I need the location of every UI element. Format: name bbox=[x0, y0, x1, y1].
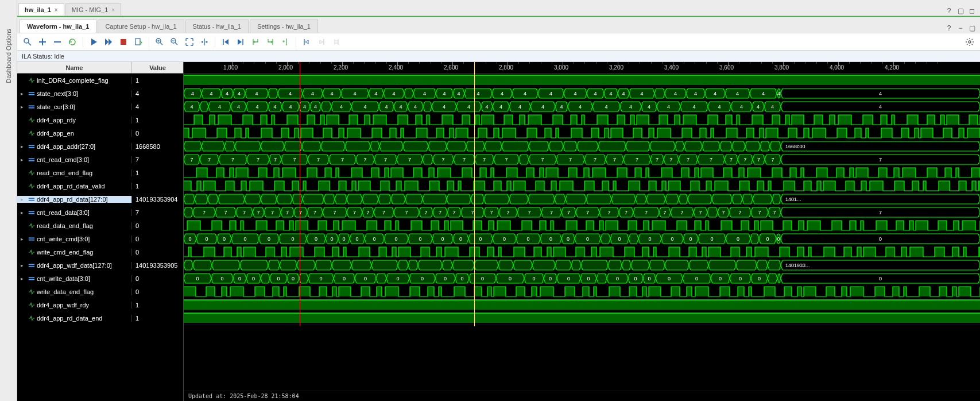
swap-markers-icon[interactable] bbox=[330, 35, 343, 49]
signal-name-cell[interactable]: write_cmd_end_flag bbox=[17, 249, 132, 256]
zoom-out-icon[interactable] bbox=[168, 35, 181, 49]
signal-row[interactable]: ▸ddr4_app_rd_data[127:0]140193353904 bbox=[17, 192, 183, 206]
prev-marker-icon[interactable] bbox=[300, 35, 313, 49]
signal-name-cell[interactable]: write_data_end_flag bbox=[17, 288, 132, 295]
expand-icon[interactable]: ▸ bbox=[21, 104, 26, 110]
waveform-row[interactable]: 000000000000000000000000000000 bbox=[184, 232, 980, 245]
prev-transition-icon[interactable] bbox=[249, 35, 262, 49]
expand-icon[interactable]: ▸ bbox=[21, 263, 26, 268]
waveform-row[interactable] bbox=[184, 179, 980, 192]
waveform-row[interactable] bbox=[184, 219, 980, 232]
waveform-row[interactable] bbox=[184, 285, 980, 298]
waveform-row[interactable]: 4444444444444444444444444444444 bbox=[184, 100, 980, 113]
signal-row[interactable]: ddr4_app_rd_data_valid1 bbox=[17, 179, 183, 192]
signal-name-cell[interactable]: ▸ddr4_app_rd_data[127:0] bbox=[17, 196, 132, 203]
sub-tab-0[interactable]: Waveform - hw_ila_1 bbox=[20, 20, 96, 33]
waveform-row[interactable]: 1401... bbox=[184, 192, 980, 206]
signal-name-cell[interactable]: ▸cnt_read_data[3:0] bbox=[17, 209, 132, 216]
signal-name-cell[interactable]: ▸state_cur[3:0] bbox=[17, 103, 132, 110]
expand-icon[interactable]: ▸ bbox=[21, 157, 26, 163]
close-icon[interactable]: × bbox=[111, 7, 115, 13]
waveform-row[interactable] bbox=[184, 245, 980, 259]
signal-name-cell[interactable]: ddr4_app_wdf_rdy bbox=[17, 302, 132, 309]
play-icon[interactable] bbox=[87, 35, 100, 49]
goto-first-icon[interactable] bbox=[219, 35, 233, 49]
restore-icon[interactable]: ▢ bbox=[956, 6, 965, 16]
waveform-row[interactable] bbox=[184, 311, 980, 325]
export-icon[interactable] bbox=[131, 35, 145, 49]
signal-row[interactable]: write_data_end_flag0 bbox=[17, 285, 183, 298]
signal-row[interactable]: read_data_end_flag0 bbox=[17, 219, 183, 232]
waveform-row[interactable]: 7777777777777777777777777777777777 bbox=[184, 206, 980, 219]
expand-icon[interactable]: ▸ bbox=[21, 236, 26, 242]
waveform-row[interactable] bbox=[184, 298, 980, 311]
signal-name-cell[interactable]: ddr4_app_rd_data_valid bbox=[17, 183, 132, 190]
signal-row[interactable]: ▸state_next[3:0]4 bbox=[17, 87, 183, 100]
remove-icon[interactable] bbox=[51, 35, 64, 49]
sub-tab-1[interactable]: Capture Setup - hw_ila_1 bbox=[98, 20, 184, 33]
signal-name-cell[interactable]: ddr4_app_rdy bbox=[17, 117, 132, 124]
waveform-viewport[interactable]: T 2,696 1,8002,0002,2002,4002,6002,8003,… bbox=[184, 62, 980, 401]
next-transition-icon[interactable] bbox=[264, 35, 277, 49]
signal-name-cell[interactable]: ▸cnt_read_cmd[3:0] bbox=[17, 156, 132, 163]
waveform-row[interactable]: 77777777777777777777777777777 bbox=[184, 153, 980, 166]
signal-row[interactable]: write_cmd_end_flag0 bbox=[17, 245, 183, 259]
signal-name-cell[interactable]: ddr4_app_rd_data_end bbox=[17, 315, 132, 322]
expand-icon[interactable]: ▸ bbox=[21, 196, 26, 202]
waveform-row[interactable]: 444444444444444444444444444444 bbox=[184, 87, 980, 100]
signal-name-cell[interactable]: read_cmd_end_flag bbox=[17, 169, 132, 176]
expand-icon[interactable]: ▸ bbox=[21, 91, 26, 97]
signal-row[interactable]: ddr4_app_rd_data_end1 bbox=[17, 311, 183, 325]
run-trigger-icon[interactable] bbox=[102, 35, 115, 49]
signal-row[interactable]: ddr4_app_wdf_rdy1 bbox=[17, 298, 183, 311]
cursor-line[interactable] bbox=[474, 62, 475, 326]
close-icon[interactable]: × bbox=[55, 7, 58, 13]
sub-tab-2[interactable]: Status - hw_ila_1 bbox=[185, 20, 249, 33]
waveform-row[interactable]: 1668c00 bbox=[184, 140, 980, 153]
signal-name-cell[interactable]: read_data_end_flag bbox=[17, 222, 132, 229]
waveform-row[interactable] bbox=[184, 166, 980, 179]
signal-row[interactable]: ▸ddr4_app_wdf_data[127:0]140193353905 bbox=[17, 259, 183, 272]
waveform-row[interactable]: 1401933... bbox=[184, 259, 980, 272]
signal-row[interactable]: ▸state_cur[3:0]4 bbox=[17, 100, 183, 113]
name-column-header[interactable]: Name bbox=[17, 62, 132, 73]
sub-tab-3[interactable]: Settings - hw_ila_1 bbox=[250, 20, 318, 33]
signal-name-cell[interactable]: ▸cnt_write_data[3:0] bbox=[17, 275, 132, 282]
dashboard-options-sidebar[interactable]: Dashboard Options bbox=[0, 0, 17, 401]
signal-row[interactable]: init_DDR4_complete_flag1 bbox=[17, 74, 183, 87]
goto-cursor-icon[interactable] bbox=[197, 35, 211, 49]
add-marker-icon[interactable] bbox=[278, 35, 292, 49]
settings-gear-icon[interactable] bbox=[963, 35, 977, 49]
expand-icon[interactable]: ▸ bbox=[21, 144, 26, 149]
refresh-icon[interactable] bbox=[65, 35, 79, 49]
waveform-row[interactable] bbox=[184, 126, 980, 140]
goto-last-icon[interactable] bbox=[234, 35, 247, 49]
zoom-fit-icon[interactable] bbox=[183, 35, 196, 49]
signal-name-cell[interactable]: ▸state_next[3:0] bbox=[17, 90, 132, 97]
minimize-icon[interactable]: − bbox=[956, 24, 965, 33]
next-marker-icon[interactable] bbox=[315, 35, 328, 49]
signal-row[interactable]: read_cmd_end_flag1 bbox=[17, 166, 183, 179]
signal-name-cell[interactable]: ▸ddr4_app_addr[27:0] bbox=[17, 143, 132, 150]
search-icon[interactable] bbox=[21, 35, 34, 49]
expand-icon[interactable]: ▸ bbox=[21, 210, 26, 215]
signal-row[interactable]: ▸cnt_read_cmd[3:0]7 bbox=[17, 153, 183, 166]
signal-row[interactable]: ▸cnt_write_data[3:0]0 bbox=[17, 272, 183, 285]
signal-name-cell[interactable]: ddr4_app_en bbox=[17, 130, 132, 137]
signal-row[interactable]: ddr4_app_en0 bbox=[17, 126, 183, 140]
top-tab-0[interactable]: hw_ila_1× bbox=[18, 3, 64, 16]
time-ruler[interactable]: T 2,696 1,8002,0002,2002,4002,6002,8003,… bbox=[184, 62, 980, 74]
add-icon[interactable] bbox=[36, 35, 49, 49]
signal-row[interactable]: ▸ddr4_app_addr[27:0]1668580 bbox=[17, 140, 183, 153]
waveform-row[interactable] bbox=[184, 74, 980, 87]
signal-row[interactable]: ddr4_app_rdy1 bbox=[17, 113, 183, 126]
waveform-row[interactable] bbox=[184, 113, 980, 126]
help-icon[interactable]: ? bbox=[944, 24, 954, 33]
stop-icon[interactable] bbox=[117, 35, 130, 49]
top-tab-1[interactable]: MIG - MIG_1× bbox=[65, 3, 121, 16]
signal-name-cell[interactable]: init_DDR4_complete_flag bbox=[17, 77, 132, 84]
signal-row[interactable]: ▸cnt_read_data[3:0]7 bbox=[17, 206, 183, 219]
expand-icon[interactable]: ▸ bbox=[21, 276, 26, 282]
signal-name-cell[interactable]: ▸cnt_write_cmd[3:0] bbox=[17, 236, 132, 242]
value-column-header[interactable]: Value bbox=[132, 62, 183, 73]
